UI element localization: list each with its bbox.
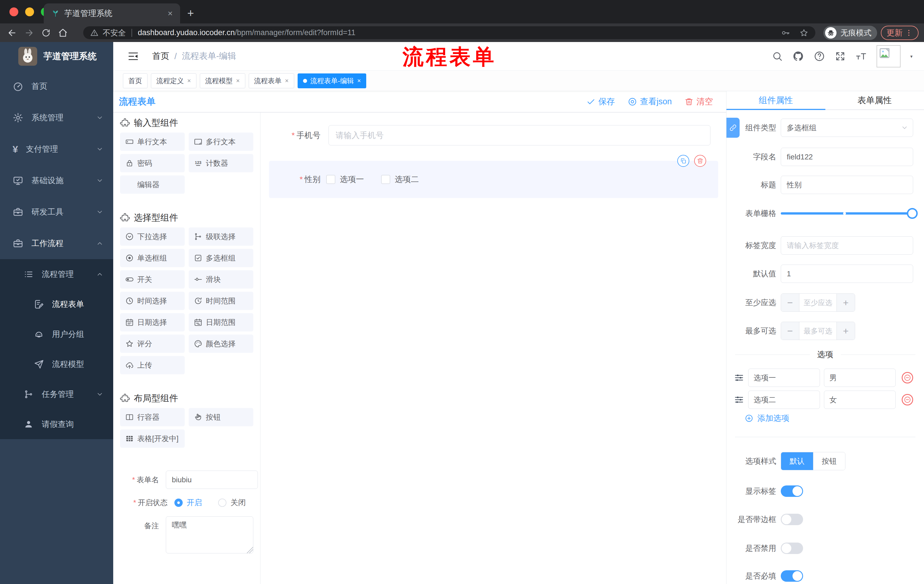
- address-bar[interactable]: 不安全 dashboard.yudao.iocoder.cn/bpm/manag…: [83, 26, 815, 39]
- component-counter[interactable]: 计数器: [189, 154, 253, 172]
- browser-tab[interactable]: 芋道管理系统 ×: [44, 3, 180, 23]
- remove-option-button[interactable]: [902, 394, 913, 405]
- password-key-icon[interactable]: [781, 28, 790, 38]
- component-slider[interactable]: 滑块: [189, 270, 253, 289]
- github-icon[interactable]: [792, 51, 804, 62]
- title-input[interactable]: [781, 176, 913, 194]
- phone-input[interactable]: [328, 125, 710, 145]
- sidebar-item-leave-query[interactable]: 请假查询: [0, 409, 113, 439]
- tag-close-icon[interactable]: ×: [285, 77, 289, 85]
- max-select-stepper[interactable]: − 最多可选 +: [781, 322, 855, 340]
- stepper-decrease-button[interactable]: −: [781, 322, 799, 340]
- sidebar-item-user-group[interactable]: 用户分组: [0, 319, 113, 349]
- selected-component-gender[interactable]: *性别 选项一 选项二: [269, 161, 718, 198]
- border-toggle[interactable]: [781, 514, 803, 525]
- component-radio-group[interactable]: 单选框组: [120, 249, 185, 267]
- option-1-value-input[interactable]: [824, 368, 896, 387]
- sidebar-item-system[interactable]: 系统管理: [0, 102, 113, 133]
- url-text[interactable]: dashboard.yudao.iocoder.cn/bpm/manager/f…: [138, 28, 772, 37]
- drag-handle-icon[interactable]: [734, 373, 744, 383]
- component-select[interactable]: 下拉选择: [120, 227, 185, 246]
- reload-icon[interactable]: [41, 28, 51, 38]
- component-multiline-text[interactable]: 多行文本: [189, 133, 253, 151]
- stepper-decrease-button[interactable]: −: [781, 294, 799, 311]
- status-off-radio[interactable]: 关闭: [218, 497, 246, 508]
- clear-button[interactable]: 清空: [685, 96, 713, 107]
- show-label-toggle[interactable]: [781, 485, 803, 497]
- home-icon[interactable]: [58, 28, 68, 38]
- component-rate[interactable]: 评分: [120, 335, 185, 353]
- tag-process-definition[interactable]: 流程定义 ×: [151, 73, 196, 88]
- component-cascader[interactable]: 级联选择: [189, 227, 253, 246]
- grid-slider[interactable]: [781, 204, 913, 222]
- sidebar-item-pay[interactable]: ¥ 支付管理: [0, 133, 113, 165]
- sidebar-item-devtools[interactable]: 研发工具: [0, 196, 113, 228]
- component-single-text[interactable]: 单行文本: [120, 133, 185, 151]
- fullscreen-icon[interactable]: [835, 51, 846, 62]
- component-time-picker[interactable]: 时间选择: [120, 292, 185, 310]
- add-option-button[interactable]: 添加选项: [745, 413, 789, 424]
- option-2-label-input[interactable]: [748, 391, 820, 409]
- view-json-button[interactable]: 查看json: [627, 96, 672, 107]
- new-tab-button[interactable]: +: [187, 7, 194, 19]
- component-date-picker[interactable]: 日期选择: [120, 313, 185, 331]
- tag-close-icon[interactable]: ×: [236, 77, 240, 85]
- field-name-input[interactable]: [781, 148, 913, 166]
- option-1-label-input[interactable]: [748, 368, 820, 387]
- option-2-value-input[interactable]: [824, 391, 896, 409]
- remove-option-button[interactable]: [902, 372, 913, 383]
- sidebar-collapse-icon[interactable]: [127, 51, 139, 62]
- style-default-button[interactable]: 默认: [781, 452, 813, 470]
- status-on-radio[interactable]: 开启: [174, 497, 202, 508]
- avatar-caret-icon[interactable]: ▾: [910, 54, 912, 59]
- minimize-window-button[interactable]: [25, 7, 34, 16]
- sidebar-item-home[interactable]: 首页: [0, 71, 113, 102]
- component-upload[interactable]: 上传: [120, 356, 185, 374]
- component-date-range[interactable]: 日期范围: [189, 313, 253, 331]
- sidebar-item-infra[interactable]: 基础设施: [0, 165, 113, 196]
- forward-icon[interactable]: [24, 28, 34, 38]
- checkbox-option-1[interactable]: 选项一: [326, 174, 364, 185]
- tag-process-model[interactable]: 流程模型 ×: [200, 73, 245, 88]
- checkbox-option-2[interactable]: 选项二: [381, 174, 419, 185]
- slider-handle[interactable]: [907, 208, 918, 219]
- bookmark-star-icon[interactable]: [799, 28, 808, 38]
- sidebar-item-process-model[interactable]: 流程模型: [0, 349, 113, 379]
- delete-component-button[interactable]: [694, 155, 706, 167]
- stepper-increase-button[interactable]: +: [837, 322, 855, 340]
- component-row-container[interactable]: 行容器: [120, 408, 185, 426]
- component-switch[interactable]: 开关: [120, 270, 185, 289]
- form-name-input[interactable]: [166, 470, 258, 489]
- component-time-range[interactable]: 时间范围: [189, 292, 253, 310]
- sidebar-item-workflow[interactable]: 工作流程: [0, 228, 113, 259]
- tab-close-icon[interactable]: ×: [168, 8, 173, 18]
- drag-handle-icon[interactable]: [734, 395, 744, 405]
- avatar[interactable]: [876, 45, 901, 67]
- component-button[interactable]: 按钮: [189, 408, 253, 426]
- required-toggle[interactable]: [781, 570, 803, 582]
- component-editor[interactable]: 编辑器: [120, 175, 185, 194]
- save-button[interactable]: 保存: [586, 96, 615, 107]
- component-checkbox-group[interactable]: 多选框组: [189, 249, 253, 267]
- search-icon[interactable]: [772, 51, 783, 62]
- form-remark-textarea[interactable]: 嘿嘿: [166, 516, 253, 553]
- copy-component-button[interactable]: [677, 155, 689, 167]
- stepper-increase-button[interactable]: +: [837, 294, 855, 311]
- back-icon[interactable]: [7, 28, 17, 38]
- style-button-button[interactable]: 按钮: [813, 452, 845, 470]
- component-password[interactable]: 密码: [120, 154, 185, 172]
- label-width-input[interactable]: [781, 236, 913, 255]
- font-size-icon[interactable]: [855, 51, 867, 62]
- component-color-picker[interactable]: 颜色选择: [189, 335, 253, 353]
- update-button[interactable]: 更新: [881, 26, 919, 40]
- disabled-toggle[interactable]: [781, 543, 803, 554]
- tag-close-icon[interactable]: ×: [357, 77, 361, 85]
- tag-close-icon[interactable]: ×: [187, 77, 191, 85]
- tag-process-form-edit[interactable]: 流程表单-编辑 ×: [298, 73, 366, 88]
- sidebar-item-process-mgmt[interactable]: 流程管理: [0, 259, 113, 289]
- browser-menu-dots-icon[interactable]: [905, 29, 913, 37]
- default-value-input[interactable]: [781, 265, 913, 283]
- breadcrumb-home[interactable]: 首页: [152, 50, 169, 62]
- sidebar-item-process-form[interactable]: 流程表单: [0, 289, 113, 319]
- sidebar-item-task-mgmt[interactable]: 任务管理: [0, 379, 113, 409]
